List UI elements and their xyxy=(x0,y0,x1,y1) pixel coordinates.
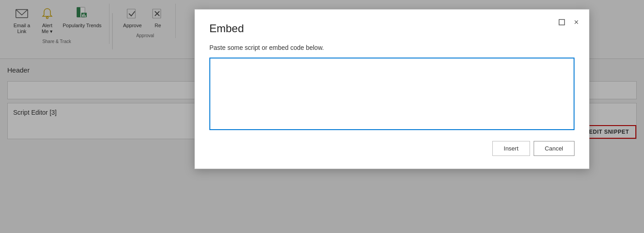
modal-description: Paste some script or embed code below. xyxy=(209,44,575,51)
modal-overlay: × Embed Paste some script or embed code … xyxy=(0,0,644,233)
close-icon: × xyxy=(574,18,579,27)
modal-maximize-button[interactable] xyxy=(555,16,568,29)
svg-rect-12 xyxy=(559,19,565,25)
cancel-button[interactable]: Cancel xyxy=(534,141,575,156)
modal-close-button[interactable]: × xyxy=(570,16,583,29)
embed-code-textarea[interactable] xyxy=(209,58,575,130)
insert-button[interactable]: Insert xyxy=(492,141,530,156)
embed-modal: × Embed Paste some script or embed code … xyxy=(194,9,590,169)
modal-footer: Insert Cancel xyxy=(209,141,575,156)
modal-title: Embed xyxy=(209,22,575,35)
